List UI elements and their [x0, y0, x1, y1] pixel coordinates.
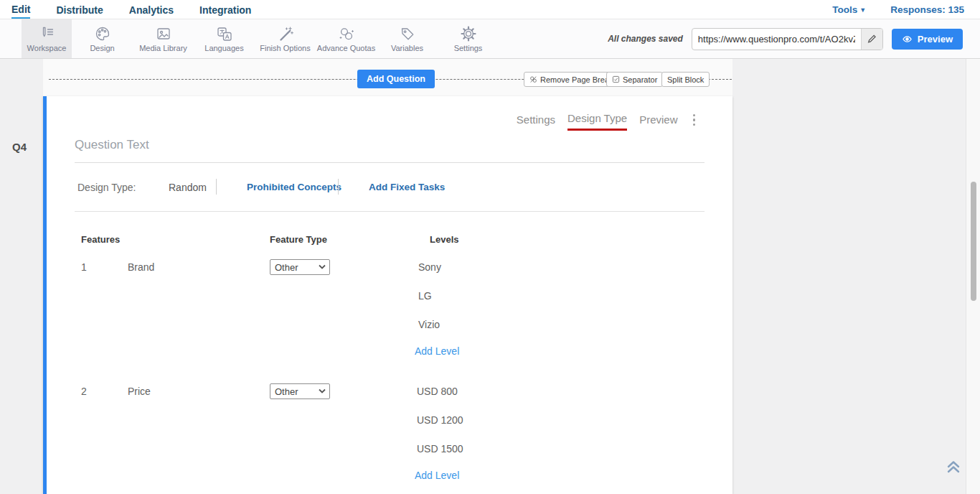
toolbar-item-languages[interactable]: Languages [194, 19, 255, 58]
workspace-canvas: Q4 Add Question Remove Page Break Separa… [0, 59, 980, 494]
vertical-scrollbar-track[interactable] [966, 59, 980, 494]
gear-icon [461, 26, 476, 42]
level-item: Sony [418, 261, 441, 273]
tab-design-type[interactable]: Design Type [567, 112, 627, 131]
toolbar-item-settings[interactable]: Settings [438, 19, 499, 58]
feature-type-select[interactable]: Other [270, 259, 330, 275]
question-card: Settings Design Type Preview Design Type… [43, 96, 732, 494]
toolbar-item-label: Advance Quotas [317, 44, 375, 52]
workspace-icon [39, 26, 55, 42]
translate-icon [217, 26, 232, 42]
section-divider [75, 211, 705, 212]
column-header-feature-type: Feature Type [270, 234, 327, 245]
double-chevron-up-icon [944, 458, 963, 475]
level-item: USD 800 [417, 386, 458, 397]
level-item: LG [418, 290, 432, 302]
separator-button[interactable]: Separator [606, 72, 663, 87]
toolbar-item-label: Workspace [27, 44, 67, 52]
feature-row-number: 1 [81, 261, 87, 273]
toolbar-item-workspace[interactable]: Workspace [22, 19, 72, 58]
eye-icon [902, 34, 913, 44]
feature-row-number: 2 [81, 386, 87, 397]
nav-tab-distribute[interactable]: Distribute [56, 1, 103, 18]
share-url-input[interactable] [692, 29, 861, 50]
preview-button[interactable]: Preview [892, 29, 963, 50]
toolbar-right: All changes saved Preview [608, 19, 980, 58]
responses-link[interactable]: Responses: 135 [890, 4, 964, 15]
top-nav-right: Tools▼ Responses: 135 [832, 4, 980, 15]
toolbar-items: Workspace Design Media Library Languages… [22, 19, 499, 58]
autosave-status: All changes saved [608, 34, 683, 44]
toolbar-item-label: Settings [454, 44, 483, 52]
remove-page-break-button[interactable]: Remove Page Break [524, 72, 619, 87]
feature-type-select-wrap: Other [270, 259, 330, 275]
toolbar-item-label: Variables [391, 44, 423, 52]
column-header-levels: Levels [430, 234, 458, 245]
level-item: Vizio [418, 319, 440, 330]
remove-link-icon [529, 75, 537, 83]
chain-link-icon [339, 26, 354, 42]
design-type-label: Design Type: [77, 182, 136, 193]
toolbar-item-finish-options[interactable]: Finish Options [255, 19, 316, 58]
question-tabs: Settings Design Type Preview [517, 112, 698, 131]
nav-tab-edit[interactable]: Edit [11, 1, 30, 19]
chevron-down-icon: ▼ [859, 6, 866, 14]
divider [338, 179, 339, 195]
toolbar-item-design[interactable]: Design [72, 19, 133, 58]
question-text-input[interactable] [75, 134, 705, 163]
toolbar-item-label: Languages [204, 44, 243, 52]
feature-type-select[interactable]: Other [270, 383, 330, 399]
tab-preview[interactable]: Preview [639, 113, 677, 130]
design-type-value[interactable]: Random [169, 182, 207, 193]
nav-tab-analytics[interactable]: Analytics [129, 1, 174, 18]
column-header-features: Features [81, 234, 120, 245]
add-level-link[interactable]: Add Level [415, 470, 459, 481]
top-nav-items: Edit Distribute Analytics Integration [0, 1, 251, 19]
add-fixed-tasks-link[interactable]: Add Fixed Tasks [369, 182, 445, 192]
vertical-scrollbar-thumb[interactable] [971, 182, 976, 301]
scroll-to-top-button[interactable] [944, 458, 963, 475]
editor-toolbar: Workspace Design Media Library Languages… [0, 19, 980, 59]
feature-name: Brand [128, 261, 154, 273]
tools-menu[interactable]: Tools▼ [832, 4, 866, 15]
add-question-button[interactable]: Add Question [357, 70, 435, 88]
toolbar-item-label: Design [90, 44, 114, 52]
level-item: USD 1500 [417, 443, 463, 455]
checkbox-checked-icon [612, 75, 620, 83]
top-nav: Edit Distribute Analytics Integration To… [0, 0, 980, 19]
magic-wand-icon [278, 26, 293, 42]
image-icon [156, 26, 171, 42]
pencil-icon [867, 34, 877, 44]
toolbar-item-media-library[interactable]: Media Library [133, 19, 194, 58]
tag-icon [400, 26, 415, 42]
add-level-link[interactable]: Add Level [415, 345, 459, 357]
tab-settings[interactable]: Settings [517, 113, 555, 130]
toolbar-item-label: Media Library [139, 44, 187, 52]
toolbar-item-advance-quotas[interactable]: Advance Quotas [316, 19, 377, 58]
toolbar-item-variables[interactable]: Variables [377, 19, 438, 58]
feature-type-select-wrap: Other [270, 383, 330, 399]
toolbar-item-label: Finish Options [260, 44, 310, 52]
share-url-box [692, 28, 883, 50]
edit-url-button[interactable] [861, 29, 882, 50]
question-number-label: Q4 [12, 141, 27, 153]
prohibited-concepts-link[interactable]: Prohibited Concepts [247, 182, 341, 192]
divider [216, 179, 217, 195]
palette-icon [95, 26, 110, 42]
nav-tab-integration[interactable]: Integration [199, 1, 251, 18]
level-item: USD 1200 [417, 414, 463, 426]
feature-name: Price [128, 386, 151, 397]
split-block-button[interactable]: Split Block [661, 72, 710, 87]
more-options-kebab-icon[interactable] [690, 113, 699, 128]
questionpro-survey-editor: Edit Distribute Analytics Integration To… [0, 0, 980, 494]
